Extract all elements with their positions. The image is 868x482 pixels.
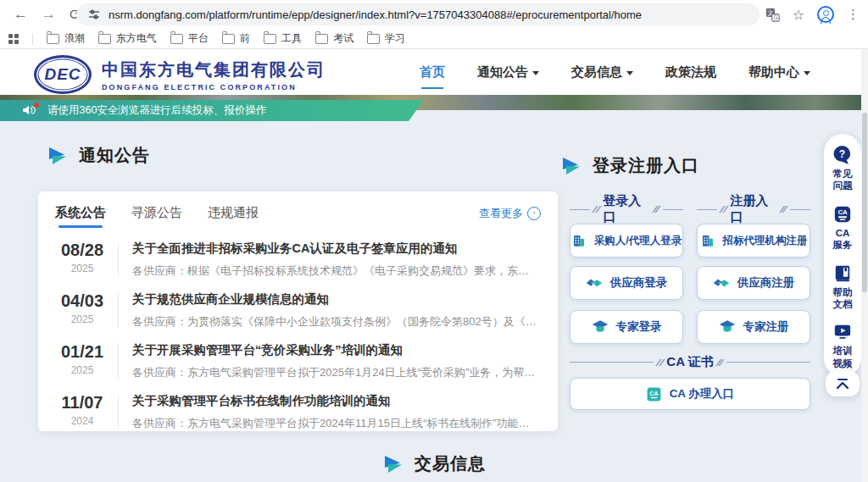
folder-icon [367,34,380,44]
announcement-title[interactable]: 关于开展采购管理平台“竞价采购业务”培训的通知 [132,342,537,358]
ca-badge-icon: CA [646,386,662,402]
building-icon [700,233,715,248]
floating-sidebar: ? 常见问题 CA CA 服务 帮助文档 [824,134,861,377]
site-settings-icon[interactable] [88,8,100,20]
announcement-row[interactable]: 08/28 2025 关于全面推进非招标采购业务CA认证及电子签章应用的通知 各… [55,241,541,279]
forward-icon[interactable]: → [42,6,56,23]
chevron-right-circle-icon: › [527,207,541,220]
page: ← → ⟳ nsrm.dongfang.com/platform/runtime… [0,0,868,482]
announcement-date: 11/07 2024 [55,393,109,427]
browser-notice-banner: 请使用360安全浏览器进行后续投标、报价操作 [0,100,424,121]
handshake-icon [586,275,603,291]
bookmark-folder-dongfang[interactable]: 东方电气 [98,31,157,46]
video-icon [833,323,852,341]
supplier-register-button[interactable]: 供应商注册 [697,266,810,300]
purchaser-agent-login-button[interactable]: 采购人/代理人登录 [570,224,683,258]
bookmark-folder-front[interactable]: 前 [222,31,250,46]
folder-icon [98,34,111,44]
announcement-desc: 各供应商：为贯彻落实《保障中小企业款项支付条例》（国务院令第802号）及《中小企… [132,314,537,330]
view-more-link[interactable]: 查看更多 › [479,206,541,228]
bid-agency-register-button[interactable]: 招标代理机构注册 [697,224,810,258]
notice-text: 请使用360安全浏览器进行后续投标、报价操作 [47,103,266,118]
browser-menu-icon[interactable]: ⋮ [847,7,860,22]
dec-logo-icon: DEC [34,55,92,94]
scrollbar-thumb[interactable] [862,113,867,292]
question-icon: ? [832,145,853,164]
bookmark-star-icon[interactable]: ☆ [793,7,804,23]
handshake-icon [713,275,730,291]
supplier-login-button[interactable]: 供应商登录 [570,266,683,300]
announcement-date: 04/03 2025 [55,291,109,325]
expert-login-button[interactable]: 专家登录 [570,310,683,344]
help-doc-icon [833,264,852,283]
company-name-cn: 中国东方电气集团有限公司 [102,58,326,81]
folder-icon [222,34,235,44]
announcement-date: 01/21 2025 [55,342,109,376]
nav-item-notices[interactable]: 通知公告 [477,64,539,80]
announcement-title[interactable]: 关于全面推进非招标采购业务CA认证及电子签章应用的通知 [132,241,537,257]
divider [118,344,119,379]
announcement-title[interactable]: 关于采购管理平台标书在线制作功能培训的通知 [132,393,537,409]
announcement-date: 08/28 2025 [55,241,109,274]
faq-button[interactable]: ? 常见问题 [831,145,854,192]
announcements-card: 系统公告 寻源公告 违规通报 查看更多 › 08/28 2025 关于全面推进非… [38,191,558,431]
bookmarks-bar: 浪潮 东方电气 平台 前 工具 考试 学习 [0,29,868,49]
register-entry-header: 注册入口 [697,193,810,225]
svg-text:CA: CA [837,208,848,216]
bookmark-folder-platform[interactable]: 平台 [170,31,209,46]
bookmark-folder-exam[interactable]: 考试 [315,31,353,46]
svg-text:CA: CA [649,390,658,396]
tab-sourcing-notices[interactable]: 寻源公告 [131,205,182,228]
arrow-badge-icon [561,157,581,175]
browser-toolbar: ← → ⟳ nsrm.dongfang.com/platform/runtime… [0,0,868,29]
divider [118,395,119,429]
login-entry-header: 登录入口 [570,193,683,225]
announcement-desc: 各供应商：东方电气采购管理平台拟于2025年1月24日上线“竞价采购”业务，为帮… [132,365,537,380]
nav-item-help-center[interactable]: 帮助中心 [748,64,810,80]
divider [118,293,119,328]
folder-icon [170,34,183,44]
chevron-down-icon [804,71,810,75]
announcement-row[interactable]: 11/07 2024 关于采购管理平台标书在线制作功能培训的通知 各供应商：东方… [55,393,541,431]
site-header: DEC 中国东方电气集团有限公司 DONGFANG ELECTRIC CORPO… [0,49,868,95]
announcement-row[interactable]: 04/03 2025 关于规范供应商企业规模信息的通知 各供应商：为贯彻落实《保… [55,291,541,330]
training-videos-button[interactable]: 培训视频 [831,323,854,369]
expert-register-button[interactable]: 专家注册 [697,310,810,344]
announcement-title[interactable]: 关于规范供应商企业规模信息的通知 [132,291,537,307]
ca-apply-button[interactable]: CA CA 办理入口 [570,378,810,410]
divider [32,33,33,45]
tab-system-notices[interactable]: 系统公告 [55,205,106,228]
announcement-desc: 各供应商：东方电气采购管理平台拟于2024年11月15日上线“标书在线制作”功能… [132,416,537,431]
tab-violation-reports[interactable]: 违规通报 [208,205,259,228]
page-scrollbar[interactable] [861,49,868,482]
bookmark-folder-langchao[interactable]: 浪潮 [47,31,85,46]
graduation-cap-icon [592,319,609,335]
folder-icon [47,34,59,44]
nav-item-trade-info[interactable]: 交易信息 [571,64,633,80]
graduation-cap-icon [719,319,736,335]
ca-service-button[interactable]: CA CA 服务 [831,205,854,252]
trade-info-section-title: 交易信息 [383,452,486,475]
back-to-top-icon [836,379,849,390]
company-logo[interactable]: DEC 中国东方电气集团有限公司 DONGFANG ELECTRIC CORPO… [34,55,326,94]
ca-icon: CA [833,205,852,224]
url-bar[interactable]: nsrm.dongfang.com/platform/runtime/epp/d… [76,3,760,25]
translate-icon[interactable]: 文 G [765,8,780,22]
back-icon[interactable]: ← [14,6,28,23]
bookmark-folder-study[interactable]: 学习 [367,31,405,46]
apps-grid-icon[interactable] [8,34,19,44]
chevron-down-icon [626,71,633,75]
nav-item-policies[interactable]: 政策法规 [665,64,716,80]
notification-dot [34,102,39,108]
svg-text:?: ? [839,148,845,160]
arrow-badge-icon [47,147,68,165]
profile-avatar-icon[interactable] [817,6,834,23]
help-docs-button[interactable]: 帮助文档 [831,264,854,311]
divider [118,242,119,277]
svg-text:G: G [773,14,777,20]
announcement-row[interactable]: 01/21 2025 关于开展采购管理平台“竞价采购业务”培训的通知 各供应商：… [55,342,541,380]
chevron-down-icon [532,71,539,75]
back-to-top-button[interactable] [826,371,860,396]
bookmark-folder-tools[interactable]: 工具 [264,31,302,46]
nav-item-home[interactable]: 首页 [420,64,445,80]
